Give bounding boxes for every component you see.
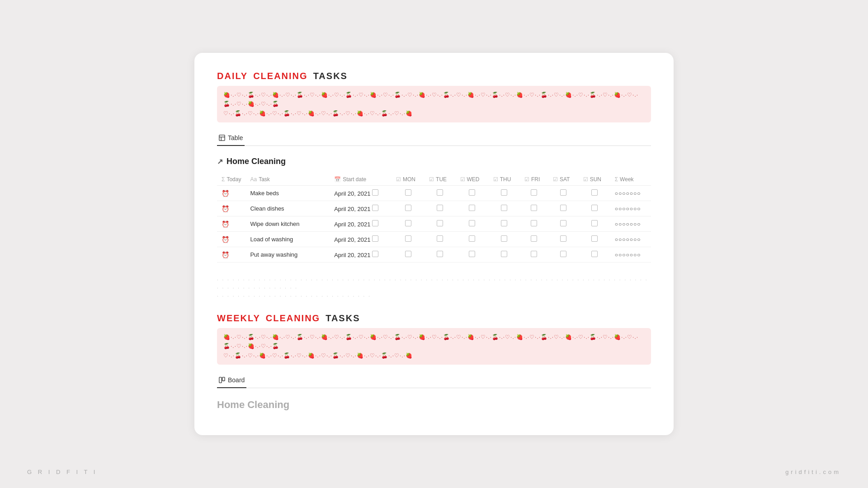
table-row: ⏰ Make beds April 20, 2021 ○○○○○○○ [217,186,651,201]
col-fri: ☑FRI [520,174,548,186]
sat-checkbox[interactable] [560,205,566,211]
daily-banner: 🍓·.·♡·.·🍒·.·♡·.·🍓·.·♡·.·🍒·.·♡·.·🍓·.·♡·.·… [217,86,651,122]
table-row: ⏰ Clean dishes April 20, 2021 ○○○○○○○ [217,201,651,216]
sat-checkbox[interactable] [560,251,566,257]
sun-checkbox[interactable] [591,220,598,226]
sat-check-cell [548,216,579,232]
sun-check-cell [579,232,610,247]
col-sat: ☑SAT [548,174,579,186]
wed-checkbox[interactable] [469,235,475,242]
sun-checkbox[interactable] [591,235,598,242]
wed-check-cell [456,216,489,232]
thu-checkbox[interactable] [501,235,507,242]
fri-checkbox[interactable] [531,205,537,211]
mon-checkbox[interactable] [405,251,411,257]
date-check[interactable] [372,235,378,242]
fri-check-cell [520,186,548,201]
fri-checkbox[interactable] [531,189,537,196]
mon-check-cell [392,186,425,201]
mon-check-cell [392,232,425,247]
date-check[interactable] [372,205,378,211]
brand-left: G R I D F I T I [27,469,97,475]
sat-check-cell [548,232,579,247]
fri-checkbox[interactable] [531,235,537,242]
date-check[interactable] [372,251,378,257]
board-tab[interactable]: Board [217,374,246,388]
board-icon [219,377,225,383]
week-dots-cell: ○○○○○○○ [610,201,651,216]
date-check[interactable] [372,189,378,196]
wed-checkbox[interactable] [469,220,475,226]
tue-checkbox[interactable] [437,251,443,257]
thu-checkbox[interactable] [501,189,507,196]
tue-checkbox[interactable] [437,235,443,242]
row-alarm-icon: ⏰ [217,186,245,201]
tue-checkbox[interactable] [437,205,443,211]
sun-checkbox[interactable] [591,251,598,257]
thu-checkbox[interactable] [501,251,507,257]
sun-check-cell [579,201,610,216]
wed-checkbox[interactable] [469,251,475,257]
mon-checkbox[interactable] [405,189,411,196]
weekly-word2: CLEANING [266,313,320,324]
sun-checkbox[interactable] [591,205,598,211]
sat-checkbox[interactable] [560,235,566,242]
table-header-row: ΣToday AaTask 📅Start date ☑MON ☑TUE ☑WED… [217,174,651,186]
thu-check-cell [489,216,520,232]
col-startdate: 📅Start date [330,174,392,186]
weekly-section-heading-partial: Home Cleaning [217,399,651,413]
wed-checkbox[interactable] [469,205,475,211]
thu-check-cell [489,247,520,263]
fri-check-cell [520,216,548,232]
tue-check-cell [425,247,455,263]
task-name-cell: Wipe down kitchen [245,216,330,232]
weekly-section: WEEKLY CLEANING TASKS 🍓·.·♡·.·🍒·.·♡·.·🍓·… [217,313,651,413]
col-today: ΣToday [217,174,245,186]
sun-check-cell [579,247,610,263]
tue-check-cell [425,186,455,201]
weekly-title: WEEKLY CLEANING TASKS [217,313,651,324]
mon-check-cell [392,216,425,232]
daily-title: DAILY CLEANING TASKS [217,71,651,81]
mon-checkbox[interactable] [405,205,411,211]
thu-checkbox[interactable] [501,220,507,226]
sat-checkbox[interactable] [560,189,566,196]
svg-rect-4 [222,377,225,381]
tue-checkbox[interactable] [437,189,443,196]
thu-check-cell [489,201,520,216]
row-alarm-icon: ⏰ [217,247,245,263]
fri-checkbox[interactable] [531,251,537,257]
wed-check-cell [456,186,489,201]
col-task: AaTask [245,174,330,186]
tue-checkbox[interactable] [437,220,443,226]
weekly-word3: TASKS [326,313,360,324]
fri-check-cell [520,247,548,263]
sat-checkbox[interactable] [560,220,566,226]
mon-checkbox[interactable] [405,220,411,226]
thu-check-cell [489,232,520,247]
daily-word2: CLEANING [253,71,307,81]
daily-tab-bar: Table [217,131,651,146]
sun-checkbox[interactable] [591,189,598,196]
table-icon [219,135,225,141]
col-tue: ☑TUE [425,174,455,186]
wed-check-cell [456,201,489,216]
mon-check-cell [392,247,425,263]
task-name-cell: Put away washing [245,247,330,263]
task-date-cell: April 20, 2021 [330,201,392,216]
date-check[interactable] [372,220,378,226]
table-tab[interactable]: Table [217,131,245,146]
brand-right: gridfiti.com [785,469,841,475]
fri-checkbox[interactable] [531,220,537,226]
wed-checkbox[interactable] [469,189,475,196]
col-mon: ☑MON [392,174,425,186]
svg-rect-3 [219,377,222,383]
fri-check-cell [520,201,548,216]
thu-check-cell [489,186,520,201]
thu-checkbox[interactable] [501,205,507,211]
footer: G R I D F I T I gridfiti.com [0,469,868,475]
tue-check-cell [425,216,455,232]
mon-checkbox[interactable] [405,235,411,242]
tue-check-cell [425,232,455,247]
sat-check-cell [548,247,579,263]
